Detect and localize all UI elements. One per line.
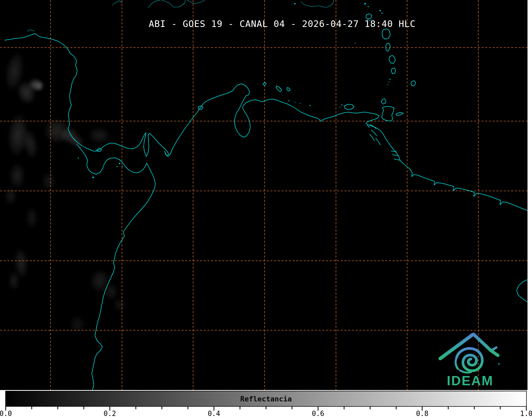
- satellite-map: ABI - GOES 19 - CANAL 04 - 2026-04-27 18…: [0, 0, 528, 390]
- colorbar-label: Reflectancia: [240, 395, 292, 403]
- colorbar-tick-label: 1.0: [515, 410, 532, 417]
- colorbar-tick-label: 0.0: [0, 410, 18, 417]
- colorbar-tick-label: 0.6: [306, 410, 330, 417]
- colorbar-tick-label: 0.4: [202, 410, 226, 417]
- image-title: ABI - GOES 19 - CANAL 04 - 2026-04-27 18…: [149, 19, 416, 29]
- ideam-logo-graphic: [437, 332, 503, 374]
- colorbar-tick-label: 0.8: [410, 410, 434, 417]
- satellite-image-viewer: ABI - GOES 19 - CANAL 04 - 2026-04-27 18…: [0, 0, 532, 417]
- map-graticule-coastlines: [0, 0, 528, 390]
- colorbar-ticks: [0, 407, 532, 411]
- logo-spiral: [456, 349, 482, 373]
- ideam-logo: IDEAM: [437, 332, 503, 389]
- ideam-logo-text: IDEAM: [437, 373, 503, 388]
- colorbar-label-row: Reflectancia: [5, 391, 527, 407]
- colorbar-tick-label: 0.2: [98, 410, 122, 417]
